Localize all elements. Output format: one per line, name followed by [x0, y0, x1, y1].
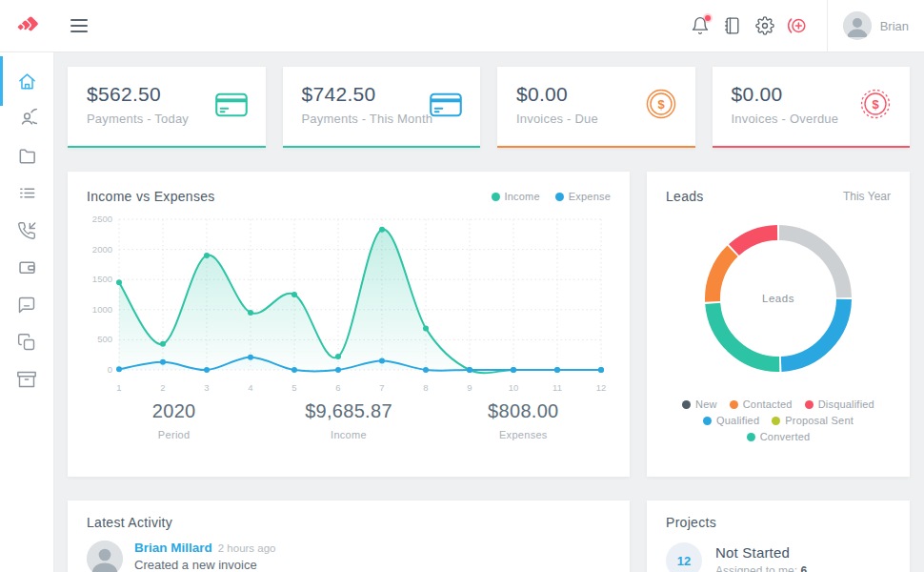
chat-icon — [17, 296, 36, 315]
svg-text:2500: 2500 — [92, 214, 112, 224]
logo-icon — [15, 14, 38, 37]
incoming-call-icon — [17, 221, 36, 240]
home-icon — [17, 72, 37, 92]
legend-dot — [772, 417, 780, 425]
chart-summary: 2020 Period $9,685.87 Income $808.00 Exp… — [87, 400, 611, 440]
project-status-item: 12 Not Started Assigned to me: 6 — [666, 542, 891, 572]
svg-text:500: 500 — [97, 334, 112, 344]
legend-item-converted[interactable]: Converted — [747, 431, 811, 442]
chart-legend: IncomeExpense — [492, 191, 612, 202]
svg-text:8: 8 — [423, 382, 428, 393]
leads-period-label: This Year — [843, 190, 891, 203]
menu-toggle-button[interactable] — [63, 10, 95, 42]
legend-dot — [747, 433, 755, 441]
avatar-photo — [87, 541, 123, 572]
legend-item-contacted[interactable]: Contacted — [730, 398, 793, 410]
main-content: $562.50 Payments - Today $742.50 Payment… — [53, 51, 924, 572]
project-assigned-count: 6 — [800, 564, 807, 572]
contacts-book-button[interactable] — [716, 10, 749, 42]
sidebar-item-folder[interactable] — [0, 137, 53, 174]
sidebar-item-messages[interactable] — [0, 286, 53, 323]
svg-text:2000: 2000 — [92, 244, 112, 255]
projects-title: Projects — [666, 515, 891, 530]
sidebar-item-list[interactable] — [0, 174, 53, 212]
legend-item-income[interactable]: Income — [492, 191, 540, 202]
sidebar-item-archive[interactable] — [0, 360, 53, 398]
summary-expenses: $808.00 Expenses — [436, 400, 611, 440]
activity-avatar — [87, 541, 123, 572]
leads-legend: NewContactedDisqualifiedQualifiedProposa… — [666, 398, 891, 442]
leads-donut-wrap: Leads — [697, 217, 859, 383]
topbar-actions: Brian — [684, 0, 924, 51]
legend-item-qualified[interactable]: Qualified — [703, 415, 759, 426]
stat-card-invoices-overdue: $0.00 Invoices - Overdue $ — [713, 67, 911, 148]
project-count-badge: 12 — [666, 542, 702, 572]
folder-icon — [17, 146, 37, 166]
income-expenses-chart: 05001000150020002500123456789101112 — [87, 210, 611, 398]
charts-row: Income vs Expenses IncomeExpense 0500100… — [68, 172, 910, 477]
svg-text:2: 2 — [160, 382, 165, 393]
legend-dot — [805, 400, 814, 409]
latest-activity-card: Latest Activity Brian Millard 2 hours ag… — [68, 500, 630, 572]
list-icon — [17, 183, 37, 203]
quick-add-button[interactable] — [781, 10, 814, 42]
notifications-button[interactable] — [684, 10, 716, 42]
svg-text:9: 9 — [467, 382, 472, 393]
svg-text:4: 4 — [248, 382, 252, 393]
chart-title: Income vs Expenses — [87, 189, 215, 204]
stat-card-payments-month: $742.50 Payments - This Month — [283, 67, 481, 148]
sidebar-item-contacts[interactable] — [0, 100, 53, 137]
contacts-icon — [17, 109, 37, 129]
legend-item-expense[interactable]: Expense — [555, 191, 611, 202]
add-circle-icon — [787, 15, 808, 36]
legend-label: Income — [505, 191, 540, 202]
dashboard-screen: Brian — [0, 0, 924, 572]
sidebar-item-home[interactable] — [0, 63, 53, 100]
legend-label: Proposal Sent — [785, 415, 854, 426]
sidebar-item-payments[interactable] — [0, 249, 53, 286]
stat-cards-row: $562.50 Payments - Today $742.50 Payment… — [68, 67, 910, 148]
activity-item: Brian Millard 2 hours ago Created a new … — [87, 541, 611, 572]
summary-income: $9,685.87 Income — [261, 400, 435, 440]
activity-action: Created a new invoice — [134, 558, 276, 572]
activity-time: 2 hours ago — [218, 542, 276, 554]
svg-text:$: $ — [657, 97, 665, 112]
svg-text:Leads: Leads — [762, 293, 794, 304]
sidebar-item-calls[interactable] — [0, 212, 53, 249]
coin-icon: $ — [644, 87, 678, 125]
legend-dot — [492, 193, 500, 201]
svg-text:1: 1 — [116, 382, 121, 393]
leads-card: Leads This Year Leads NewContactedDisqua… — [647, 172, 910, 477]
legend-label: Contacted — [743, 398, 793, 410]
legend-item-new[interactable]: New — [682, 398, 717, 410]
legend-label: New — [695, 398, 717, 410]
svg-text:1000: 1000 — [92, 304, 112, 315]
svg-text:$: $ — [872, 97, 879, 112]
topbar: Brian — [0, 0, 924, 52]
svg-text:3: 3 — [204, 382, 209, 393]
svg-text:7: 7 — [379, 382, 384, 393]
projects-card: Projects 12 Not Started Assigned to me: … — [647, 500, 910, 572]
app-logo[interactable] — [0, 0, 53, 51]
summary-period: 2020 Period — [87, 400, 261, 440]
user-menu[interactable]: Brian — [827, 0, 924, 51]
legend-label: Qualified — [716, 415, 759, 426]
svg-text:11: 11 — [552, 382, 562, 393]
legend-item-proposal-sent[interactable]: Proposal Sent — [772, 415, 854, 426]
legend-item-disqualified[interactable]: Disqualified — [805, 398, 874, 410]
income-expenses-card: Income vs Expenses IncomeExpense 0500100… — [68, 172, 630, 477]
legend-label: Disqualified — [818, 398, 874, 410]
legend-label: Expense — [569, 191, 611, 202]
svg-text:12: 12 — [596, 382, 607, 393]
legend-dot — [730, 400, 738, 409]
svg-text:1500: 1500 — [92, 274, 112, 284]
svg-text:6: 6 — [335, 382, 340, 393]
svg-text:10: 10 — [509, 382, 519, 393]
avatar-photo — [843, 11, 872, 40]
legend-dot — [682, 400, 691, 409]
settings-button[interactable] — [749, 10, 781, 42]
activity-user-link[interactable]: Brian Millard — [134, 541, 212, 555]
project-assigned: Assigned to me: 6 — [715, 564, 807, 572]
leads-donut-chart: Leads — [697, 217, 859, 379]
sidebar-item-documents[interactable] — [0, 323, 53, 360]
